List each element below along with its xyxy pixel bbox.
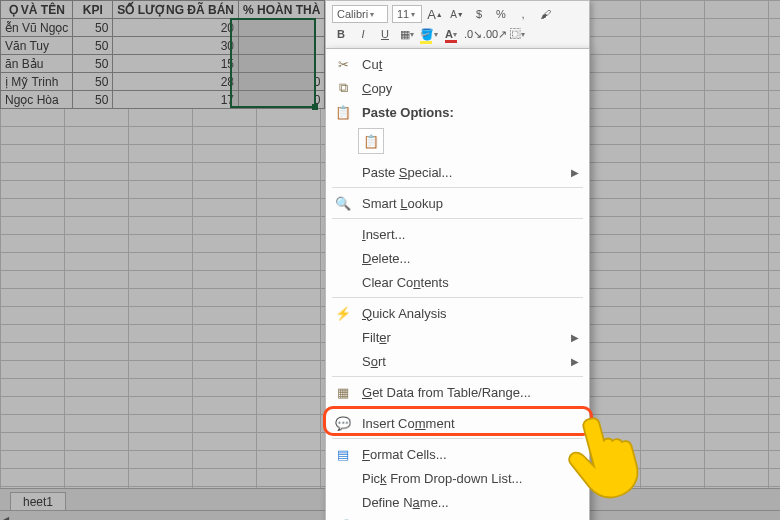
separator (332, 376, 583, 377)
increase-decimal-button[interactable]: .00↗ (486, 25, 504, 43)
context-menu[interactable]: ✂ Cut ⧉ Copy 📋 Paste Options: 📋 Paste Sp… (325, 48, 590, 520)
copy-icon: ⧉ (332, 78, 354, 98)
separator (332, 407, 583, 408)
clipboard-icon: 📋 (332, 102, 354, 122)
menu-quick-analysis[interactable]: ⚡ Quick Analysis (326, 301, 589, 325)
font-size: 11 (397, 8, 409, 20)
menu-smart-lookup[interactable]: 🔍 Smart Lookup (326, 191, 589, 215)
comment-icon: 💬 (332, 413, 354, 433)
menu-format-cells[interactable]: ▤ Format Cells... (326, 442, 589, 466)
header-name: Ọ VÀ TÊN (1, 1, 73, 19)
search-icon: 🔍 (332, 193, 354, 213)
merge-button[interactable]: ⿴▾ (508, 25, 526, 43)
header-pct: % HOÀN THÀ (239, 1, 325, 19)
table-icon: ▦ (332, 382, 354, 402)
fill-color-button[interactable]: 🪣 ▾ (420, 25, 438, 43)
separator (332, 218, 583, 219)
paste-options-row: 📋 (326, 124, 589, 160)
menu-clear-contents[interactable]: Clear Contents (326, 270, 589, 294)
quick-analysis-icon: ⚡ (332, 303, 354, 323)
sheet-tab[interactable]: heet1 (10, 492, 66, 511)
menu-filter[interactable]: Filter ▶ (326, 325, 589, 349)
chevron-right-icon: ▶ (571, 356, 579, 367)
link-icon: 🔗 (332, 516, 354, 520)
separator (332, 438, 583, 439)
decrease-decimal-button[interactable]: .0↘ (464, 25, 482, 43)
paste-default-icon[interactable]: 📋 (358, 128, 384, 154)
currency-icon[interactable]: $ (470, 5, 488, 23)
font-size-selector[interactable]: 11 ▾ (392, 5, 422, 23)
header-kpi: KPI (73, 1, 113, 19)
scroll-left-icon[interactable]: ◀ (0, 515, 12, 520)
menu-sort[interactable]: Sort ▶ (326, 349, 589, 373)
font-selector[interactable]: Calibri ▾ (332, 5, 388, 23)
bold-button[interactable]: B (332, 25, 350, 43)
menu-pick-dropdown[interactable]: Pick From Drop-down List... (326, 466, 589, 490)
percent-icon[interactable]: % (492, 5, 510, 23)
menu-link[interactable]: 🔗 Link (326, 514, 589, 520)
mini-toolbar[interactable]: Calibri ▾ 11 ▾ A▲ A▼ $ % , 🖌 B I U ▦▾ 🪣 … (325, 0, 590, 49)
scissors-icon: ✂ (332, 54, 354, 74)
header-sold: SỐ LƯỢNG ĐÃ BÁN (113, 1, 239, 19)
underline-button[interactable]: U (376, 25, 394, 43)
shrink-font-button[interactable]: A▼ (448, 5, 466, 23)
font-name: Calibri (337, 8, 368, 20)
italic-button[interactable]: I (354, 25, 372, 43)
separator (332, 297, 583, 298)
menu-cut[interactable]: ✂ Cut (326, 52, 589, 76)
menu-define-name[interactable]: Define Name... (326, 490, 589, 514)
cell-selection[interactable] (230, 18, 316, 108)
comma-icon[interactable]: , (514, 5, 532, 23)
chevron-down-icon: ▾ (368, 10, 374, 19)
border-button[interactable]: ▦▾ (398, 25, 416, 43)
menu-delete[interactable]: Delete... (326, 246, 589, 270)
format-painter-icon[interactable]: 🖌 (536, 5, 554, 23)
menu-paste-special[interactable]: Paste Special... ▶ (326, 160, 589, 184)
format-cells-icon: ▤ (332, 444, 354, 464)
grow-font-button[interactable]: A▲ (426, 5, 444, 23)
chevron-right-icon: ▶ (571, 167, 579, 178)
menu-insert[interactable]: Insert... (326, 222, 589, 246)
menu-copy[interactable]: ⧉ Copy (326, 76, 589, 100)
menu-paste-options: 📋 Paste Options: (326, 100, 589, 124)
chevron-down-icon: ▾ (409, 10, 415, 19)
font-color-button[interactable]: A ▾ (442, 25, 460, 43)
menu-get-data[interactable]: ▦ Get Data from Table/Range... (326, 380, 589, 404)
separator (332, 187, 583, 188)
chevron-right-icon: ▶ (571, 332, 579, 343)
